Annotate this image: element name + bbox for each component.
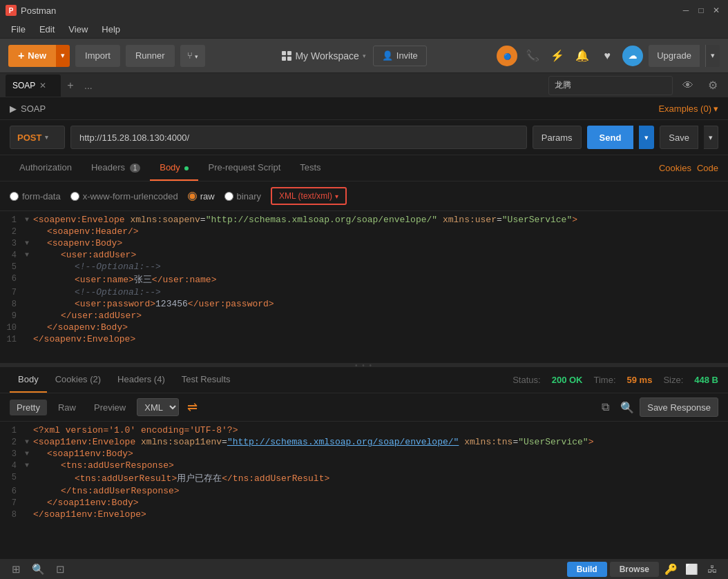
toolbar-right: 🔵 📞 ⚡ 🔔 ♥ ☁ Upgrade ▾ xyxy=(497,45,720,67)
soap-title-area[interactable]: ▶ SOAP xyxy=(10,104,46,114)
res-preview-button[interactable]: Preview xyxy=(87,400,133,415)
form-data-label: form-data xyxy=(22,191,61,202)
tab-headers[interactable]: Headers 1 xyxy=(82,155,150,181)
tab-authorization[interactable]: Authorization xyxy=(10,155,82,181)
menu-file[interactable]: File xyxy=(6,22,31,37)
response-section: Body Cookies (2) Headers (4) Test Result… xyxy=(0,367,728,558)
tab-soap[interactable]: SOAP ✕ xyxy=(6,75,61,97)
res-raw-button[interactable]: Raw xyxy=(51,400,83,415)
soap-caret-icon: ▶ xyxy=(10,104,17,114)
format-select[interactable]: XML xyxy=(137,398,179,416)
send-dropdown-button[interactable]: ▾ xyxy=(639,126,654,149)
option-binary[interactable]: binary xyxy=(224,191,261,202)
caret-down-icon: ▾ xyxy=(195,53,198,60)
menu-edit[interactable]: Edit xyxy=(34,22,60,37)
res-line-1: 1 <?xml version='1.0' encoding='UTF-8'?> xyxy=(0,424,728,436)
eye-button[interactable]: 👁 xyxy=(678,76,698,95)
req-tabs-list: Authorization Headers 1 Body Pre-request… xyxy=(10,155,331,181)
wifi-icon[interactable]: ⚡ xyxy=(548,46,567,66)
res-tab-test-results[interactable]: Test Results xyxy=(173,367,239,393)
req-line-5: 5 <!--Optional:--> xyxy=(0,261,728,273)
build-button[interactable]: Build xyxy=(567,562,607,577)
invite-button[interactable]: 👤 Invite xyxy=(373,46,427,66)
url-input[interactable] xyxy=(70,126,527,149)
workspace-icon xyxy=(282,51,291,61)
heart-icon[interactable]: ♥ xyxy=(597,46,617,66)
close-button[interactable]: ✕ xyxy=(710,4,722,17)
body-label: Body xyxy=(160,162,180,173)
app-icon: P xyxy=(6,5,17,16)
save-button[interactable]: Save xyxy=(660,126,698,149)
status-icon-1[interactable]: ⊞ xyxy=(7,560,25,578)
req-line-9: 9 </user:addUser> xyxy=(0,310,728,322)
avatar[interactable]: 🔵 xyxy=(497,46,517,66)
code-link[interactable]: Code xyxy=(697,163,718,173)
runner-button[interactable]: Runner xyxy=(126,45,175,67)
extra-button[interactable]: ⑂ ▾ xyxy=(180,45,206,67)
new-dropdown-button[interactable]: ▾ xyxy=(56,45,70,67)
bell-icon[interactable]: 🔔 xyxy=(573,46,592,66)
tab-add-button[interactable]: + xyxy=(62,77,79,94)
save-dropdown-button[interactable]: ▾ xyxy=(704,126,718,149)
status-icon-5[interactable]: ⬜ xyxy=(682,560,700,578)
app-title: Postman xyxy=(21,6,56,16)
user-avatar[interactable]: ☁ xyxy=(622,46,643,66)
response-code-editor[interactable]: 1 <?xml version='1.0' encoding='UTF-8'?>… xyxy=(0,422,728,558)
settings-button[interactable]: ⚙ xyxy=(703,76,722,95)
upgrade-dropdown-button[interactable]: ▾ xyxy=(705,45,720,67)
examples-button[interactable]: Examples (0) ▾ xyxy=(658,104,718,114)
tab-tests[interactable]: Tests xyxy=(290,155,330,181)
body-options: form-data x-www-form-urlencoded raw bina… xyxy=(0,181,728,211)
tab-more-button[interactable]: ... xyxy=(80,79,97,92)
menu-help[interactable]: Help xyxy=(96,22,126,37)
title-bar: P Postman ─ □ ✕ xyxy=(0,0,728,21)
status-value: 200 OK xyxy=(552,375,583,385)
send-button[interactable]: Send xyxy=(587,126,634,149)
status-icon-3[interactable]: ⊡ xyxy=(51,560,69,578)
search-input[interactable] xyxy=(555,81,667,90)
req-line-7: 7 <!--Optional:--> xyxy=(0,286,728,298)
tab-body[interactable]: Body xyxy=(150,155,198,181)
option-form-data[interactable]: form-data xyxy=(10,191,61,202)
res-line-3: 3 ▼ <soap11env:Body> xyxy=(0,448,728,460)
upgrade-button[interactable]: Upgrade xyxy=(649,45,700,67)
minimize-button[interactable]: ─ xyxy=(680,4,692,17)
params-button[interactable]: Params xyxy=(533,126,582,149)
tab-close-button[interactable]: ✕ xyxy=(39,81,46,90)
save-response-button[interactable]: Save Response xyxy=(640,398,718,417)
cookies-link[interactable]: Cookies xyxy=(659,163,691,173)
method-dropdown[interactable]: POST ▾ xyxy=(10,126,65,149)
option-raw[interactable]: raw xyxy=(188,191,215,202)
menu-view[interactable]: View xyxy=(63,22,93,37)
browse-button[interactable]: Browse xyxy=(610,562,659,577)
res-tab-body[interactable]: Body xyxy=(10,367,47,393)
res-line-5: 5 <tns:addUserResult>用户已存在</tns:addUserR… xyxy=(0,471,728,485)
status-icon-6[interactable]: 🖧 xyxy=(703,560,721,578)
xml-caret-icon: ▾ xyxy=(335,193,338,200)
raw-label: raw xyxy=(200,191,215,202)
res-tab-headers[interactable]: Headers (4) xyxy=(109,367,173,393)
status-icon-2[interactable]: 🔍 xyxy=(29,560,47,578)
tab-pre-request[interactable]: Pre-request Script xyxy=(198,155,290,181)
res-pretty-button[interactable]: Pretty xyxy=(10,400,47,415)
new-button[interactable]: + New xyxy=(8,45,56,67)
copy-button[interactable]: ⧉ xyxy=(595,398,615,417)
indent-button[interactable]: ⇌ xyxy=(183,398,202,416)
status-label: Status: xyxy=(513,375,540,385)
tabs-bar: SOAP ✕ + ... 👁 ⚙ xyxy=(0,73,728,98)
menu-bar: File Edit View Help xyxy=(0,21,728,39)
xml-format-button[interactable]: XML (text/xml) ▾ xyxy=(271,187,347,205)
request-code-editor[interactable]: 1 ▼ <soapenv:Envelope xmlns:soapenv="htt… xyxy=(0,211,728,363)
res-tab-cookies[interactable]: Cookies (2) xyxy=(47,367,109,393)
search-bar[interactable] xyxy=(548,76,673,95)
maximize-button[interactable]: □ xyxy=(695,4,707,17)
res-line-8: 8 </soap11env:Envelope> xyxy=(0,509,728,520)
workspace-button[interactable]: My Workspace ▾ xyxy=(275,48,372,64)
search-button[interactable]: 🔍 xyxy=(617,398,637,417)
res-line-4: 4 ▼ <tns:addUserResponse> xyxy=(0,460,728,471)
req-line-3: 3 ▼ <soapenv:Body> xyxy=(0,237,728,249)
phone-icon[interactable]: 📞 xyxy=(523,46,542,66)
import-button[interactable]: Import xyxy=(75,45,120,67)
status-icon-4[interactable]: 🔑 xyxy=(662,560,680,578)
option-urlencoded[interactable]: x-www-form-urlencoded xyxy=(70,191,178,202)
